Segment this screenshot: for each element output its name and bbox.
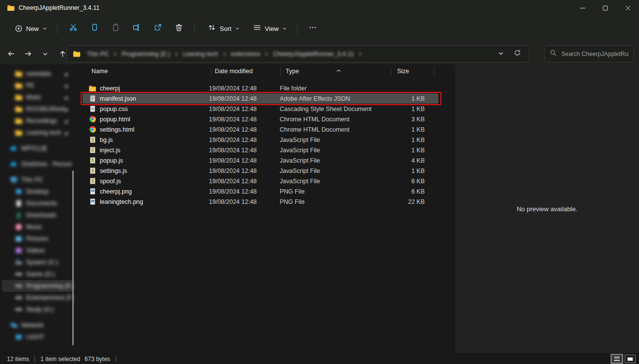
- column-divider[interactable]: [211, 68, 211, 76]
- rename-button[interactable]: [126, 20, 147, 37]
- sidebar-item-game-d[interactable]: Game (D:): [2, 268, 73, 280]
- breadcrumb-chevron-icon[interactable]: [220, 52, 229, 56]
- file-name: bg.js: [100, 137, 113, 143]
- file-row[interactable]: Sinject.js19/08/2024 12:48JavaScript Fil…: [83, 145, 438, 155]
- svg-text:S: S: [91, 147, 94, 153]
- file-row[interactable]: Ssettings.js19/08/2024 12:48JavaScript F…: [83, 166, 438, 176]
- more-options-button[interactable]: [302, 20, 323, 37]
- breadcrumb-chevron-icon[interactable]: [356, 52, 365, 56]
- sidebar-item-label: Videos: [26, 247, 45, 254]
- sidebar-scrollbar[interactable]: [72, 170, 74, 345]
- sidebar-item-onedrive-person[interactable]: OneDrive - Person: [2, 158, 73, 170]
- file-row[interactable]: Spopup.js19/08/2024 12:48JavaScript File…: [83, 155, 438, 166]
- column-header-name[interactable]: Name: [91, 68, 108, 75]
- sidebar-item-mods[interactable]: Mods: [2, 91, 73, 103]
- sidebar-item-recordings[interactable]: Recordings: [2, 115, 73, 127]
- sidebar-item-entertainment-f[interactable]: Entertainment (F:): [2, 292, 73, 304]
- column-header-size[interactable]: Size: [397, 68, 409, 75]
- breadcrumb-chevron-icon[interactable]: [111, 52, 119, 56]
- new-button[interactable]: New: [10, 20, 52, 37]
- search-input[interactable]: [561, 51, 629, 57]
- minimize-button[interactable]: [571, 0, 594, 16]
- breadcrumb-item[interactable]: This PC: [85, 49, 111, 59]
- breadcrumb-item[interactable]: CheerpJAppletRunner_3.4.11: [271, 49, 355, 59]
- share-button[interactable]: [147, 20, 168, 37]
- breadcrumb-item[interactable]: Programming (E:): [119, 49, 172, 59]
- sidebar-item-music[interactable]: Music: [2, 221, 73, 233]
- breadcrumb-chevron-icon[interactable]: [172, 52, 181, 56]
- sidebar-item-wps[interactable]: WPS云盘: [2, 142, 73, 154]
- sidebar-item-pe[interactable]: PE: [2, 80, 73, 91]
- file-row[interactable]: manifest.json19/08/2024 12:48Adobe After…: [83, 93, 438, 104]
- column-divider[interactable]: [280, 68, 281, 76]
- file-row[interactable]: settings.html19/08/2024 12:48Chrome HTML…: [83, 124, 438, 135]
- sidebar-item-pictures[interactable]: Pictures: [2, 233, 73, 245]
- sidebar-item-study-g[interactable]: Study (G:): [2, 304, 73, 315]
- file-type: PNG File: [280, 188, 385, 195]
- close-button[interactable]: [616, 0, 639, 16]
- column-header-date-modified[interactable]: Date modified: [215, 68, 253, 75]
- sidebar-item-desktop[interactable]: Desktop: [2, 186, 73, 197]
- status-divider: [34, 356, 35, 362]
- maximize-button[interactable]: [594, 0, 616, 16]
- search-box[interactable]: [544, 45, 634, 62]
- address-bar[interactable]: This PCProgramming (E:)Leaning techexten…: [66, 45, 529, 62]
- file-size: 1 KB: [385, 95, 433, 102]
- plus-circle-icon: [15, 25, 23, 32]
- file-row[interactable]: leaningtech.png19/08/2024 12:48PNG File2…: [83, 196, 438, 207]
- sidebar-item-label: PE: [26, 82, 34, 89]
- sidebar-item-label: Network: [21, 322, 44, 329]
- view-button[interactable]: View: [248, 20, 292, 37]
- js-icon: S: [88, 157, 96, 165]
- forward-button[interactable]: [20, 46, 36, 62]
- selection-size: 673 bytes: [85, 356, 110, 363]
- delete-button[interactable]: [168, 20, 189, 37]
- recent-locations-button[interactable]: [37, 46, 53, 62]
- refresh-icon[interactable]: [514, 49, 521, 58]
- file-row[interactable]: Sbg.js19/08/2024 12:48JavaScript File1 K…: [83, 135, 438, 145]
- title-bar[interactable]: CheerpJAppletRunner_3.4.11: [0, 0, 639, 16]
- sidebar-item-documents[interactable]: Documents: [2, 197, 73, 209]
- sidebar-item-rvc0813nvid[interactable]: RVC0813Nvid: [2, 103, 73, 115]
- file-row[interactable]: cheerpj19/08/2024 12:48File folder: [83, 83, 438, 93]
- column-header-type[interactable]: Type: [286, 68, 299, 75]
- status-bar: 12 items 1 item selected 673 bytes: [0, 353, 639, 364]
- column-divider[interactable]: [434, 68, 435, 76]
- address-dropdown-chevron-icon[interactable]: [498, 50, 504, 58]
- breadcrumb-item[interactable]: Leaning tech: [181, 49, 220, 59]
- pin-icon: [63, 106, 69, 115]
- sort-button[interactable]: Sort: [203, 20, 245, 37]
- sidebar-item-label: savedata: [26, 70, 51, 77]
- sort-button-label: Sort: [220, 25, 232, 32]
- pin-icon: [63, 94, 69, 103]
- sidebar-item-downloads[interactable]: Downloads: [2, 209, 73, 221]
- sidebar-item-label: Desktop: [26, 188, 49, 195]
- file-row[interactable]: popup.html19/08/2024 12:48Chrome HTML Do…: [83, 114, 438, 124]
- column-divider[interactable]: [391, 68, 391, 76]
- file-row[interactable]: popup.css19/08/2024 12:48Cascading Style…: [83, 104, 438, 114]
- sidebar-item-programming-e[interactable]: Programming (E:): [2, 280, 73, 292]
- sidebar-item-videos[interactable]: Videos: [2, 245, 73, 256]
- file-row[interactable]: Sspoof.js19/08/2024 12:48JavaScript File…: [83, 176, 438, 186]
- sidebar-item-system-c[interactable]: System (C:): [2, 256, 73, 268]
- sidebar-item-this-pc[interactable]: This PC: [2, 174, 73, 186]
- cut-button[interactable]: [62, 20, 84, 37]
- sidebar-item-network[interactable]: Network: [2, 319, 73, 331]
- details-view-toggle[interactable]: [611, 355, 622, 363]
- sidebar-item-savedata[interactable]: savedata: [2, 68, 73, 80]
- paste-button[interactable]: [105, 20, 126, 37]
- back-button[interactable]: [3, 46, 19, 62]
- breadcrumb-chevron-icon[interactable]: [262, 52, 271, 56]
- sidebar-item-leaning-tech[interactable]: Leaning tech: [2, 127, 73, 139]
- file-type: PNG File: [280, 198, 385, 205]
- sidebar-item-light[interactable]: LIGHT: [2, 331, 73, 343]
- file-date-modified: 19/08/2024 12:48: [209, 147, 280, 154]
- breadcrumb-item[interactable]: extensions: [229, 49, 262, 59]
- file-type: JavaScript File: [280, 157, 385, 164]
- file-row[interactable]: cheerpj.png19/08/2024 12:48PNG File6 KB: [83, 186, 438, 196]
- folder-icon: [88, 84, 96, 92]
- large-thumbnails-view-toggle[interactable]: [625, 355, 636, 363]
- file-size: 1 KB: [385, 147, 433, 154]
- copy-button[interactable]: [84, 20, 105, 37]
- sidebar-item-label: Downloads: [26, 212, 57, 219]
